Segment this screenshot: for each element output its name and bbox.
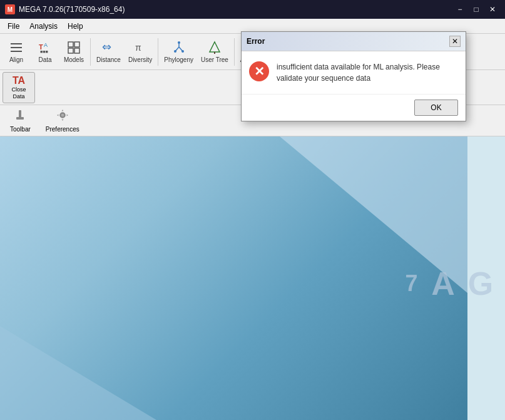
error-message: insufficient data available for ML analy…: [277, 61, 458, 84]
dialog-title-bar: Error ✕: [242, 32, 466, 51]
ok-button[interactable]: OK: [414, 100, 458, 116]
dialog-overlay: Error ✕ ✕ insufficient data available fo…: [0, 0, 505, 420]
error-icon: ✕: [249, 61, 269, 81]
dialog-title: Error: [247, 37, 265, 46]
dialog-footer: OK: [242, 94, 466, 121]
dialog-close-button[interactable]: ✕: [449, 36, 461, 47]
dialog-body: ✕ insufficient data available for ML ana…: [242, 51, 466, 94]
error-dialog: Error ✕ ✕ insufficient data available fo…: [241, 31, 466, 121]
